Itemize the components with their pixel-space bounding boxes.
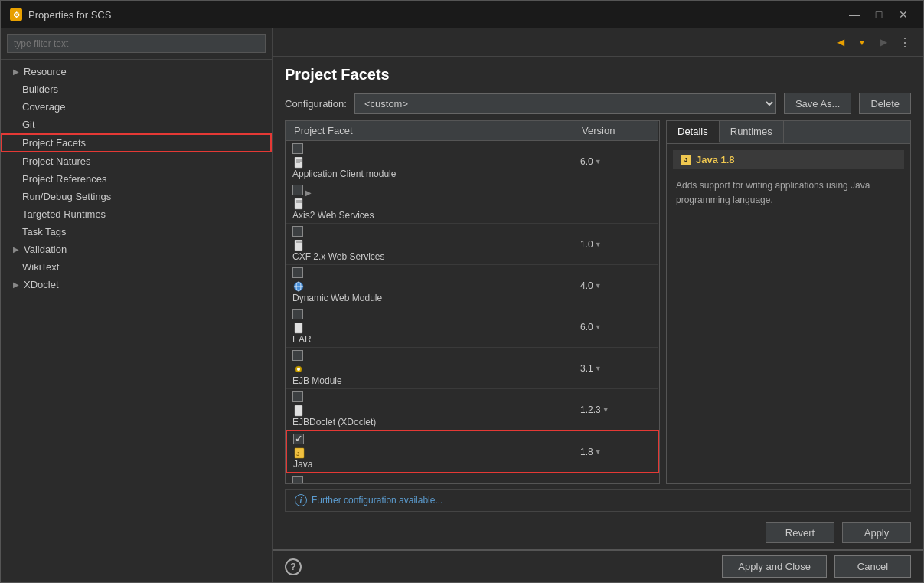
footer-right: Apply and Close Cancel: [722, 555, 911, 578]
sidebar-item-validation[interactable]: ▶ Validation: [1, 241, 272, 258]
sidebar-item-label: Task Tags: [22, 226, 67, 237]
nav-tree: ▶ Resource Builders Coverage Git Project…: [1, 60, 272, 582]
back-dropdown-button[interactable]: ▼: [853, 33, 871, 51]
sidebar-item-git[interactable]: Git: [1, 116, 272, 133]
sidebar-item-task-tags[interactable]: Task Tags: [1, 223, 272, 241]
doc-icon: [292, 404, 305, 417]
apply-close-button[interactable]: Apply and Close: [722, 555, 827, 578]
facet-checkbox[interactable]: [292, 267, 303, 278]
table-row[interactable]: CXF 2.x Web Services 1.0▼: [286, 224, 658, 265]
cancel-button[interactable]: Cancel: [834, 555, 911, 578]
sidebar-item-resource[interactable]: ▶ Resource: [1, 63, 272, 80]
version-cell-java: 1.8▼: [580, 447, 629, 457]
xdoclet-expand-arrow: ▶: [13, 280, 19, 289]
table-row-java[interactable]: ✓ J Java 1.8▼: [286, 431, 658, 473]
config-select[interactable]: <custom>: [354, 93, 776, 114]
forward-button[interactable]: ▶: [874, 33, 893, 51]
svg-rect-7: [295, 240, 302, 251]
col-header-facet: Project Facet: [286, 121, 574, 141]
col-header-extra: [635, 121, 658, 141]
java-title: Java 1.8: [696, 154, 735, 165]
facets-table: Project Facet Version: [286, 121, 659, 484]
sidebar-item-label: WikiText: [22, 261, 59, 273]
sidebar-item-wikitext[interactable]: WikiText: [1, 258, 272, 276]
more-button[interactable]: ⋮: [896, 33, 914, 51]
maximize-button[interactable]: □: [868, 7, 890, 22]
minimize-button[interactable]: —: [844, 7, 865, 22]
delete-button[interactable]: Delete: [859, 93, 911, 114]
facet-label: Application Client module: [292, 169, 396, 179]
sidebar-item-label: Project Natures: [22, 156, 91, 167]
sidebar-item-label: Project References: [22, 173, 107, 185]
sidebar-item-run-debug[interactable]: Run/Debug Settings: [1, 188, 272, 205]
help-icon[interactable]: ?: [285, 558, 302, 575]
facet-name-cell: Application Client module: [292, 143, 568, 179]
window-title: Properties for SCS: [28, 9, 111, 21]
tab-runtimes[interactable]: Runtimes: [720, 121, 784, 143]
sidebar-item-project-facets[interactable]: Project Facets: [1, 133, 272, 152]
search-input[interactable]: [7, 34, 266, 53]
footer-bar: ? Apply and Close Cancel: [273, 549, 923, 582]
table-row[interactable]: Dynamic Web Module 4.0▼: [286, 265, 658, 306]
tab-details[interactable]: Details: [667, 121, 720, 143]
sidebar-item-project-references[interactable]: Project References: [1, 170, 272, 188]
table-row[interactable]: EAR 6.0▼: [286, 306, 658, 348]
expand-arrow-icon[interactable]: ▶: [305, 188, 312, 197]
facet-name-cell: JavaScript: [292, 476, 568, 484]
titlebar-left: ⚙ Properties for SCS: [10, 8, 111, 21]
validation-expand-arrow: ▶: [13, 245, 19, 254]
facet-checkbox[interactable]: [292, 143, 303, 154]
main-panel: ◀ ▼ ▶ ⋮ Project Facets Configuration: <c…: [273, 28, 923, 582]
sidebar-item-coverage[interactable]: Coverage: [1, 98, 272, 116]
config-label: Configuration:: [285, 98, 347, 110]
facet-checkbox[interactable]: [292, 476, 303, 484]
facet-checkbox[interactable]: [292, 185, 303, 195]
col-header-version: Version: [574, 121, 635, 141]
close-button[interactable]: ✕: [893, 7, 914, 22]
facet-label: CXF 2.x Web Services: [292, 251, 384, 262]
svg-text:J: J: [296, 450, 299, 457]
facet-label: EJB Module: [292, 375, 342, 386]
facets-table-container: Project Facet Version: [285, 120, 660, 484]
further-config-text[interactable]: Further configuration available...: [312, 495, 442, 506]
facet-checkbox[interactable]: [292, 391, 303, 402]
facet-name-cell: CXF 2.x Web Services: [292, 226, 568, 262]
table-row[interactable]: JavaScript 1.0▼: [286, 473, 658, 484]
titlebar: ⚙ Properties for SCS — □ ✕: [1, 1, 923, 28]
sidebar-item-label: Run/Debug Settings: [22, 191, 111, 202]
further-config-link[interactable]: i Further configuration available...: [285, 489, 911, 512]
panel-title: Project Facets: [273, 57, 923, 90]
java-small-icon: J: [681, 155, 691, 165]
facet-name-cell: Dynamic Web Module: [292, 267, 568, 303]
doc-icon: [292, 239, 305, 251]
facet-checkbox-java[interactable]: ✓: [293, 434, 304, 444]
toolbar-right: ◀ ▼ ▶ ⋮: [831, 33, 914, 51]
version-cell: 6.0▼: [580, 322, 629, 332]
facet-checkbox[interactable]: [292, 226, 303, 237]
further-config-area: i Further configuration available...: [273, 484, 923, 516]
facets-area: Project Facet Version: [273, 120, 923, 484]
sidebar-item-builders[interactable]: Builders: [1, 80, 272, 98]
facet-checkbox[interactable]: [292, 350, 303, 361]
details-panel: Details Runtimes J Java 1.8 Adds support…: [666, 120, 911, 484]
apply-button[interactable]: Apply: [842, 522, 911, 543]
sidebar-item-label: XDoclet: [24, 279, 59, 290]
sidebar-item-xdoclet[interactable]: ▶ XDoclet: [1, 276, 272, 293]
facet-name-cell: ✓ J Java: [293, 434, 568, 470]
back-button[interactable]: ◀: [831, 33, 850, 51]
revert-button[interactable]: Revert: [766, 522, 834, 543]
svg-point-14: [297, 368, 300, 371]
facet-label: EJBDoclet (XDoclet): [292, 417, 376, 427]
main-toolbar: ◀ ▼ ▶ ⋮: [273, 28, 923, 57]
save-as-button[interactable]: Save As...: [784, 93, 852, 114]
facet-name-cell: ▶ Axis2 Web Services: [292, 185, 568, 221]
sidebar-item-targeted-runtimes[interactable]: Targeted Runtimes: [1, 205, 272, 223]
sidebar-item-project-natures[interactable]: Project Natures: [1, 152, 272, 170]
table-row[interactable]: EJB Module 3.1▼: [286, 348, 658, 389]
version-cell: 1.2.3▼: [580, 404, 629, 415]
table-row[interactable]: EJBDoclet (XDoclet) 1.2.3▼: [286, 389, 658, 431]
table-row[interactable]: ▶ Axis2 Web Services: [286, 182, 658, 224]
sidebar-item-label: Git: [22, 119, 35, 130]
facet-checkbox[interactable]: [292, 309, 303, 319]
table-row[interactable]: Application Client module 6.0▼: [286, 141, 658, 182]
